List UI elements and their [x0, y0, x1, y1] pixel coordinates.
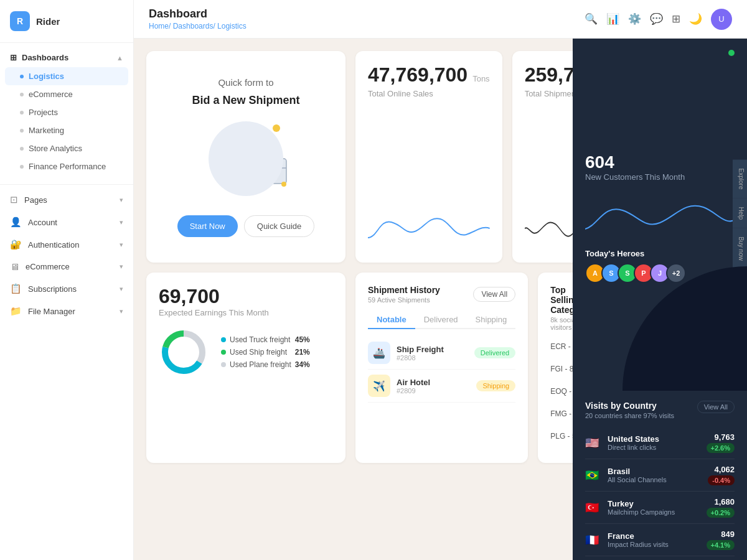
customers-value: 604	[585, 152, 735, 172]
grid-icon[interactable]: ⊞	[672, 12, 680, 26]
tab-delivered[interactable]: Delivered	[415, 311, 467, 329]
country-row: 🇺🇸 United States Direct link clicks 9,76…	[585, 427, 735, 459]
country-value: 1,680	[704, 497, 735, 506]
bar-label: FMG - 60%	[550, 409, 573, 418]
active-dot	[20, 75, 24, 78]
change-badge: +4.1%	[707, 540, 735, 550]
hero-title: Quick form to	[218, 77, 273, 88]
bar-label: PLG - 50%	[550, 432, 573, 441]
country-name: Turkey	[608, 499, 698, 508]
start-now-button[interactable]: Start Now	[177, 215, 238, 237]
visits-header-info: Visits by Country 20 countries share 97%…	[585, 401, 674, 419]
sidebar-group-account[interactable]: 👤 Account ▾	[0, 211, 133, 233]
shipment-title: Shipment History	[368, 285, 440, 295]
visits-title: Visits by Country	[585, 401, 674, 411]
quick-guide-button[interactable]: Quick Guide	[244, 215, 315, 237]
file-icon: 📁	[10, 306, 22, 317]
sidebar-item-store-analytics[interactable]: Store Analytics	[0, 139, 133, 157]
ecommerce-label: eCommerce	[26, 262, 70, 271]
dashboards-section: ⊞ Dashboards ▲ Logistics eCommerce Proje…	[0, 43, 133, 180]
dark-blob	[622, 266, 747, 391]
chevron-down-icon: ▾	[120, 285, 123, 293]
second-row: 69,700 Expected Earnings This Month	[146, 273, 560, 463]
country-source: Impact Radius visits	[608, 541, 698, 548]
dot-icon	[20, 165, 24, 169]
country-source: Direct link clicks	[608, 444, 698, 451]
hero-dot-yellow2	[281, 182, 286, 187]
sidebar-group-subscriptions[interactable]: 📋 Subscriptions ▾	[0, 278, 133, 300]
country-source: All Social Channels	[608, 476, 699, 483]
country-flag: 🇹🇷	[585, 501, 601, 515]
tab-notable[interactable]: Notable	[368, 311, 415, 329]
shipment-view-all[interactable]: View All	[473, 287, 515, 302]
sidebar-item-finance-performance[interactable]: Finance Performance	[0, 157, 133, 175]
change-badge: -0.4%	[708, 475, 735, 485]
shipment-icon-1: 🚢	[368, 342, 390, 364]
sidebar-item-projects[interactable]: Projects	[0, 103, 133, 121]
sidebar-item-ecommerce[interactable]: eCommerce	[0, 85, 133, 103]
dot-icon	[20, 147, 24, 151]
panel-top: Explore Help Buy now 604 New Customers T…	[573, 39, 747, 391]
total-sales-chart	[368, 101, 490, 250]
logo-icon: R	[10, 11, 30, 31]
legend-dot-plane	[221, 362, 226, 367]
total-shipments-label: Total Shipments	[525, 89, 573, 98]
chevron-up-icon: ▲	[116, 54, 123, 62]
donut-chart	[159, 327, 209, 377]
donut-legend: Used Truck freight 45% Used Ship freight…	[221, 335, 310, 369]
shipment-id-1: #2808	[397, 354, 468, 362]
dashboards-group[interactable]: ⊞ Dashboards ▲	[0, 48, 133, 67]
country-source: Mailchimp Campaigns	[608, 508, 698, 516]
bar-row: FMG - 60% 8,000	[550, 406, 573, 422]
sidebar-group-ecommerce[interactable]: 🖥 eCommerce ▾	[0, 256, 133, 278]
shipment-icon-2: ✈️	[368, 375, 390, 397]
subs-icon: 📋	[10, 283, 22, 294]
country-info: Turkey Mailchimp Campaigns	[608, 499, 698, 516]
chevron-down-icon: ▾	[120, 196, 123, 204]
chart-icon[interactable]: 📊	[606, 12, 619, 26]
ship-label: Used Ship freight	[230, 348, 287, 357]
settings-icon[interactable]: ⚙️	[628, 12, 641, 26]
country-flag: 🇺🇸	[585, 436, 601, 450]
side-tab-explore[interactable]: Explore	[733, 160, 747, 198]
chart-area	[585, 192, 735, 244]
shipment-header-info: Shipment History 59 Active Shipments	[368, 285, 440, 304]
legend-dot-ship	[221, 350, 226, 355]
search-icon[interactable]: 🔍	[585, 12, 598, 26]
legend-dot-truck	[221, 337, 226, 342]
shipment-tabs: Notable Delivered Shipping	[368, 311, 515, 329]
total-shipments-value: 259,786	[525, 63, 573, 86]
visits-header: Visits by Country 20 countries share 97%…	[585, 401, 735, 419]
user-avatar[interactable]: U	[711, 9, 732, 30]
chat-icon[interactable]: 💬	[650, 12, 663, 26]
sidebar-group-pages[interactable]: ⊡ Pages ▾	[0, 189, 133, 211]
sidebar-group-auth[interactable]: 🔐 Authentication ▾	[0, 233, 133, 256]
hero-avatar: +2	[666, 263, 686, 283]
side-tab-help[interactable]: Help	[733, 198, 747, 228]
ship-pct: 21%	[295, 348, 310, 357]
chevron-down-icon: ▾	[120, 218, 123, 226]
sidebar-item-logistics[interactable]: Logistics	[5, 67, 128, 85]
side-tab-buy[interactable]: Buy now	[733, 228, 747, 269]
shipment-card-header: Shipment History 59 Active Shipments Vie…	[368, 285, 515, 304]
breadcrumb-home: Home/	[149, 22, 171, 30]
earnings-card: 69,700 Expected Earnings This Month	[146, 273, 345, 463]
sidebar-item-label: Marketing	[29, 126, 64, 135]
total-shipments-chart	[525, 101, 573, 250]
chevron-down-icon: ▾	[120, 263, 123, 271]
sidebar-group-filemanager[interactable]: 📁 File Manager ▾	[0, 300, 133, 322]
auth-label: Authentication	[28, 240, 79, 250]
country-stats: 9,763 +2.6%	[704, 432, 735, 453]
sidebar-item-marketing[interactable]: Marketing	[0, 121, 133, 139]
truck-pct: 45%	[295, 335, 310, 344]
bar-row: EOQ - 75% 10,000	[550, 383, 573, 399]
shipment-item-1: 🚢 Ship Freight #2808 Delivered	[368, 337, 515, 370]
tab-shipping[interactable]: Shipping	[467, 311, 516, 329]
visits-view-all[interactable]: View All	[697, 401, 735, 413]
total-sales-label: Total Online Sales	[368, 89, 490, 98]
plane-label: Used Plane freight	[230, 360, 291, 369]
visits-subtitle: 20 countries share 97% visits	[585, 412, 674, 419]
dot-icon	[20, 129, 24, 133]
ecommerce-icon: 🖥	[10, 261, 19, 272]
dark-mode-icon[interactable]: 🌙	[689, 12, 702, 26]
